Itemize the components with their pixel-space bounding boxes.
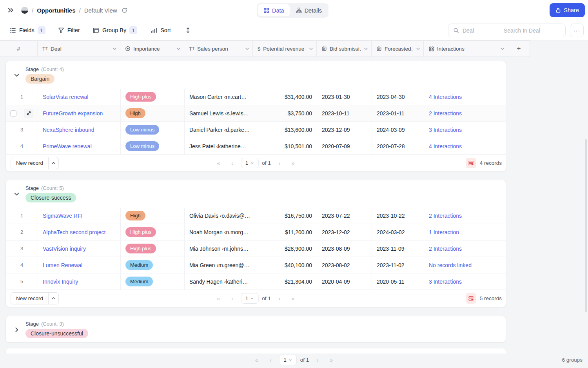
pagination-prev-button[interactable]: ‹ xyxy=(227,293,237,304)
expand-record-icon[interactable] xyxy=(24,109,33,118)
pagination-first-button[interactable]: « xyxy=(252,355,262,365)
column-header-deal[interactable]: TT Deal xyxy=(38,41,120,56)
filter-button[interactable]: Filter xyxy=(58,27,80,33)
forecasted-cell: 2023-11-09 xyxy=(372,240,424,257)
interactions-link[interactable]: 2 Interactions xyxy=(429,213,462,219)
group-by-button[interactable]: Group By 1 xyxy=(93,26,137,34)
collapse-group-icon[interactable] xyxy=(14,191,22,197)
sort-label: Sort xyxy=(160,27,171,33)
tab-details-label: Details xyxy=(305,7,322,14)
group-header[interactable]: Stage(Count: 4) Bargain xyxy=(6,61,506,89)
new-record-button[interactable]: New record xyxy=(11,293,48,304)
text-field-icon: TT xyxy=(189,46,194,52)
breadcrumb-table[interactable]: Opportunities xyxy=(37,7,75,14)
pagination-next-button[interactable]: › xyxy=(312,355,323,365)
column-header-forecasted[interactable]: Forecasted… xyxy=(372,41,424,56)
row-number-header: # xyxy=(0,41,38,56)
column-header-sales-person[interactable]: TT Sales person xyxy=(184,41,253,56)
interactions-link[interactable]: 4 Interactions xyxy=(429,143,462,149)
interactions-link[interactable]: No records linked xyxy=(429,262,472,268)
group-header[interactable]: Stage(Count: 3) Closure-unsuccessful xyxy=(6,316,506,342)
chevron-down-icon[interactable] xyxy=(113,47,117,51)
pagination-first-button[interactable]: « xyxy=(213,293,223,304)
page-select[interactable]: 1 xyxy=(241,293,258,304)
records-icon[interactable] xyxy=(466,293,476,304)
tab-details[interactable]: Details xyxy=(290,4,327,16)
page-number: 1 xyxy=(284,357,287,363)
interactions-link[interactable]: 1 Interaction xyxy=(429,229,459,235)
table-row[interactable]: 2 AlphaTech second project High plus Noa… xyxy=(6,224,506,240)
search-icon xyxy=(453,27,459,33)
deal-link[interactable]: PrimeWave renewal xyxy=(43,143,92,149)
collapse-group-icon[interactable] xyxy=(14,72,22,78)
pagination-last-button[interactable]: » xyxy=(288,158,298,168)
pagination-last-button[interactable]: » xyxy=(288,293,298,304)
chevron-down-icon[interactable] xyxy=(364,47,368,51)
deal-link[interactable]: SigmaWave RFI xyxy=(43,213,82,219)
column-header-potential-revenue[interactable]: $ Potential revenue xyxy=(253,41,317,56)
deal-link[interactable]: NexaSphere inbound xyxy=(43,127,94,133)
sales-person-cell: Olivia Davis ‹o.davis@… xyxy=(185,208,253,224)
deal-link[interactable]: SolarVista renewal xyxy=(43,94,88,100)
group-header[interactable]: Stage(Count: 5) Closure-success xyxy=(6,180,506,208)
table-row[interactable]: 1 SigmaWave RFI High Olivia Davis ‹o.dav… xyxy=(6,208,506,224)
page-select[interactable]: 1 xyxy=(241,158,258,168)
sort-button[interactable]: Sort xyxy=(151,27,171,34)
table-row[interactable]: 3 NexaSphere inbound Low minus Daniel Pa… xyxy=(6,122,506,138)
deal-link[interactable]: VastVision inquiry xyxy=(43,246,86,252)
chevron-down-icon[interactable] xyxy=(245,47,249,51)
table-row[interactable]: 5 Innovix Inquiry Medium Sandy Hagen ‹ka… xyxy=(6,273,506,290)
fields-button[interactable]: Fields 1 xyxy=(9,26,45,34)
chevron-down-icon[interactable] xyxy=(416,47,420,51)
more-options-button[interactable]: ··· xyxy=(570,24,584,37)
new-record-options-button[interactable] xyxy=(48,157,58,169)
interactions-link[interactable]: 3 Interactions xyxy=(429,127,462,133)
row-height-button[interactable] xyxy=(185,27,191,33)
table-row[interactable]: 1 SolarVista renewal High plus Mason Car… xyxy=(6,89,506,105)
tab-data[interactable]: Data xyxy=(258,4,290,16)
breadcrumb-view[interactable]: Default View xyxy=(84,7,117,14)
chevron-down-icon[interactable] xyxy=(176,47,181,51)
column-header-interactions[interactable]: Interactions xyxy=(424,41,508,56)
records-icon[interactable] xyxy=(466,158,476,168)
chevron-down-icon[interactable] xyxy=(309,47,313,51)
table-row[interactable]: 3 VastVision inquiry High plus Mia Johns… xyxy=(6,240,506,257)
table-row[interactable]: 4 Lumen Renewal Medium Mia Green ‹m.gree… xyxy=(6,257,506,273)
pagination-prev-button[interactable]: ‹ xyxy=(265,355,276,365)
page-select[interactable]: 1 xyxy=(279,355,297,365)
deal-link[interactable]: Lumen Renewal xyxy=(43,262,82,268)
group-field-label: Stage xyxy=(25,321,39,327)
new-record-button[interactable]: New record xyxy=(11,157,48,169)
search-field-selector[interactable]: Deal xyxy=(463,27,499,34)
importance-badge: Medium xyxy=(125,260,153,270)
interactions-link[interactable]: 2 Interactions xyxy=(429,246,462,252)
pagination-next-button[interactable]: › xyxy=(274,158,285,168)
column-header-importance[interactable]: Importance xyxy=(120,41,184,56)
expand-group-icon[interactable] xyxy=(14,327,22,333)
pagination-first-button[interactable]: « xyxy=(213,158,223,168)
deal-link[interactable]: AlphaTech second project xyxy=(43,229,105,235)
new-record-options-button[interactable] xyxy=(48,293,58,304)
share-button[interactable]: Share xyxy=(550,3,585,17)
vertical-scrollbar[interactable] xyxy=(585,139,587,312)
pagination-last-button[interactable]: » xyxy=(326,355,336,365)
refresh-icon[interactable] xyxy=(122,7,127,13)
group-field-label: Stage xyxy=(25,185,39,191)
interactions-link[interactable]: 2 Interactions xyxy=(429,110,462,117)
chevron-down-icon[interactable] xyxy=(500,47,505,51)
table-row-hovered[interactable]: FutureGrowth expansion High Samuel Lewis… xyxy=(6,105,506,122)
deal-link[interactable]: FutureGrowth expansion xyxy=(43,110,103,117)
pagination-next-button[interactable]: › xyxy=(274,293,285,304)
group-card-closure-unsuccessful: Stage(Count: 3) Closure-unsuccessful xyxy=(5,316,506,342)
search-input[interactable] xyxy=(504,27,575,34)
pagination-prev-button[interactable]: ‹ xyxy=(227,158,237,168)
interactions-link[interactable]: 4 Interactions xyxy=(429,94,462,100)
add-field-button[interactable]: + xyxy=(508,41,530,56)
row-checkbox[interactable] xyxy=(10,110,16,117)
interactions-link[interactable]: 3 Interactions xyxy=(429,279,462,285)
table-row[interactable]: 4 PrimeWave renewal Low minus Jess Patel… xyxy=(6,138,506,155)
expand-sidebar-icon[interactable] xyxy=(7,7,14,14)
importance-badge: High plus xyxy=(125,227,156,237)
column-header-bid-submission[interactable]: Bid submissi… xyxy=(317,41,372,56)
deal-link[interactable]: Innovix Inquiry xyxy=(43,279,78,285)
